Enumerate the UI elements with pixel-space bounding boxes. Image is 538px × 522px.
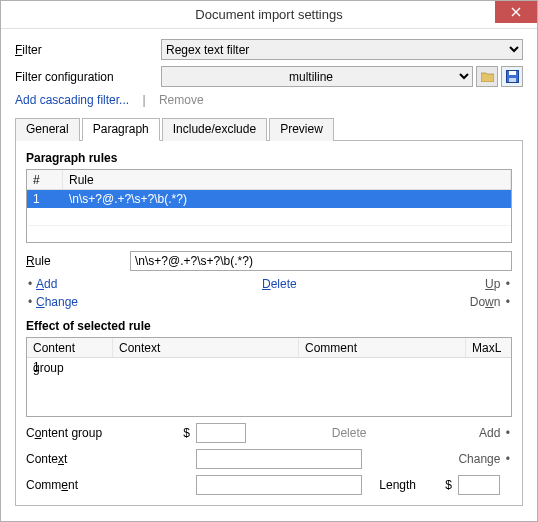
effects-title: Effect of selected rule	[26, 319, 512, 333]
rule-edit-label: Rule	[26, 254, 130, 268]
cell-comment	[299, 358, 469, 376]
col-header-comment[interactable]: Comment	[299, 338, 466, 357]
rule-up-link[interactable]: Up	[485, 277, 500, 291]
rule-input[interactable]	[130, 251, 512, 271]
disk-icon	[506, 70, 519, 83]
save-config-button[interactable]	[501, 66, 523, 87]
content-group-input[interactable]	[196, 423, 246, 443]
length-input[interactable]	[458, 475, 500, 495]
effects-grid[interactable]: Content group Context Comment MaxL 1	[26, 337, 512, 417]
content-group-row: Content group $ Delete Add •	[26, 423, 512, 443]
col-header-group[interactable]: Content group	[27, 338, 113, 357]
filter-select[interactable]: Regex text filter	[161, 39, 523, 60]
dollar-sign-2: $	[422, 478, 458, 492]
open-config-button[interactable]	[476, 66, 498, 87]
col-header-hash[interactable]: #	[27, 170, 63, 189]
effect-change-link[interactable]: Change	[458, 452, 500, 466]
tab-paragraph[interactable]: Paragraph	[82, 118, 160, 141]
titlebar: Document import settings	[1, 1, 537, 29]
cell-context	[113, 358, 299, 376]
filter-config-row: Filter configuration multiline	[15, 66, 523, 87]
cascading-bar: Add cascading filter... | Remove	[15, 93, 523, 107]
paragraph-rules-title: Paragraph rules	[26, 151, 512, 165]
cell-rule: \n\s+?@.+?\s+?\b(.*?)	[63, 190, 511, 208]
filter-config-select[interactable]: multiline	[161, 66, 473, 87]
table-row-empty	[27, 226, 511, 243]
svg-rect-1	[509, 71, 516, 75]
col-header-context[interactable]: Context	[113, 338, 299, 357]
content-group-label: Content group	[26, 426, 116, 440]
svg-rect-2	[509, 78, 516, 82]
rule-add-link[interactable]: Add	[36, 275, 262, 293]
effect-delete-link: Delete	[332, 426, 367, 440]
rule-edit-row: Rule	[26, 251, 512, 271]
cell-num: 1	[27, 190, 63, 208]
paragraph-panel: Paragraph rules # Rule 1 \n\s+?@.+?\s+?\…	[15, 141, 523, 506]
rule-change-link[interactable]: Change	[36, 293, 78, 311]
filter-config-label: Filter configuration	[15, 70, 161, 84]
comment-input[interactable]	[196, 475, 362, 495]
separator: |	[142, 93, 145, 107]
effects-header: Content group Context Comment MaxL	[27, 338, 511, 358]
table-row[interactable]: 1	[27, 358, 511, 376]
rule-down-link[interactable]: Down	[470, 295, 501, 309]
rule-actions-2: • Change Down •	[26, 293, 512, 311]
filter-label: Filter	[15, 43, 161, 57]
filter-row: Filter Regex text filter	[15, 39, 523, 60]
col-header-maxl[interactable]: MaxL	[466, 338, 511, 357]
col-header-rule[interactable]: Rule	[63, 170, 511, 189]
rule-delete-link[interactable]: Delete	[262, 275, 297, 293]
dollar-sign: $	[116, 426, 196, 440]
comment-row: Comment Length $	[26, 475, 512, 495]
close-icon	[511, 7, 521, 17]
tab-preview[interactable]: Preview	[269, 118, 334, 141]
table-row[interactable]: 1 \n\s+?@.+?\s+?\b(.*?)	[27, 190, 511, 208]
cell-group: 1	[27, 358, 113, 376]
close-button[interactable]	[495, 1, 537, 23]
length-label: Length	[362, 478, 422, 492]
folder-icon	[481, 71, 494, 82]
tab-general[interactable]: General	[15, 118, 80, 141]
paragraph-rules-header: # Rule	[27, 170, 511, 190]
add-cascading-filter-link[interactable]: Add cascading filter...	[15, 93, 129, 107]
tabstrip: General Paragraph Include/exclude Previe…	[15, 117, 523, 141]
paragraph-rules-grid[interactable]: # Rule 1 \n\s+?@.+?\s+?\b(.*?)	[26, 169, 512, 243]
table-row-empty	[27, 208, 511, 226]
effect-add-link[interactable]: Add	[479, 426, 500, 440]
tab-include-exclude[interactable]: Include/exclude	[162, 118, 267, 141]
comment-label: Comment	[26, 478, 116, 492]
window-title: Document import settings	[195, 7, 342, 22]
rule-actions: • Add Delete Up •	[26, 275, 512, 293]
context-row: Context Change •	[26, 449, 512, 469]
context-label: Context	[26, 452, 116, 466]
context-input[interactable]	[196, 449, 362, 469]
content-area: Filter Regex text filter Filter configur…	[1, 29, 537, 514]
cell-maxl	[469, 358, 511, 376]
remove-cascading-link: Remove	[159, 93, 204, 107]
